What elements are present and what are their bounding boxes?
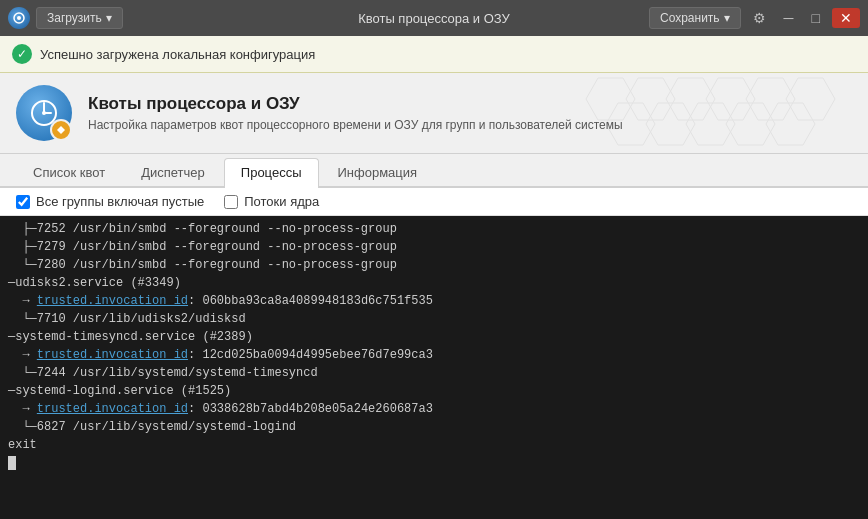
settings-button[interactable]: ⚙ <box>747 8 772 28</box>
terminal-line: → trusted.invocation_id: 12cd025ba0094d4… <box>8 346 860 364</box>
terminal-line: exit <box>8 436 860 454</box>
tab-processes[interactable]: Процессы <box>224 158 319 188</box>
success-bar: ✓ Успешно загружена локальная конфигурац… <box>0 36 868 73</box>
save-button[interactable]: Сохранить ▾ <box>649 7 741 29</box>
app-icon <box>8 7 30 29</box>
header-icon-overlay <box>50 119 72 141</box>
terminal-line: ─systemd-timesyncd.service (#2389) <box>8 328 860 346</box>
terminal-arrow: → <box>8 348 37 362</box>
svg-marker-14 <box>766 103 815 145</box>
svg-point-1 <box>17 16 21 20</box>
svg-marker-8 <box>746 78 795 120</box>
terminal-line: └─6827 /usr/lib/systemd/systemd-logind <box>8 418 860 436</box>
header-subtitle: Настройка параметров квот процессорного … <box>88 118 623 132</box>
titlebar-left: Загрузить ▾ <box>8 7 292 29</box>
load-button[interactable]: Загрузить ▾ <box>36 7 123 29</box>
all-groups-checkbox-label[interactable]: Все группы включая пустые <box>16 194 204 209</box>
kernel-threads-label: Потоки ядра <box>244 194 319 209</box>
tab-list[interactable]: Список квот <box>16 158 122 186</box>
all-groups-checkbox[interactable] <box>16 195 30 209</box>
success-message: Успешно загружена локальная конфигурация <box>40 47 315 62</box>
header-icon <box>16 85 72 141</box>
svg-marker-5 <box>626 78 675 120</box>
header-section: Квоты процессора и ОЗУ Настройка парамет… <box>0 73 868 154</box>
terminal-invocation-link[interactable]: trusted.invocation_id <box>37 348 188 362</box>
terminal-invocation-value: : 060bba93ca8a4089948183d6c751f535 <box>188 294 433 308</box>
tab-dispatcher[interactable]: Диспетчер <box>124 158 222 186</box>
kernel-threads-checkbox-label[interactable]: Потоки ядра <box>224 194 319 209</box>
main-content: ✓ Успешно загружена локальная конфигурац… <box>0 36 868 519</box>
dropdown-arrow-icon: ▾ <box>106 11 112 25</box>
tabs-container: Список квот Диспетчер Процессы Информаци… <box>0 154 868 188</box>
svg-marker-9 <box>786 78 835 120</box>
terminal-prompt <box>8 454 860 472</box>
save-label: Сохранить <box>660 11 720 25</box>
svg-marker-7 <box>706 78 755 120</box>
maximize-button[interactable]: □ <box>806 8 826 28</box>
tab-info[interactable]: Информация <box>321 158 435 186</box>
load-label: Загрузить <box>47 11 102 25</box>
terminal-line: ─systemd-logind.service (#1525) <box>8 382 860 400</box>
terminal-cursor <box>8 456 16 470</box>
controls-row: Все группы включая пустые Потоки ядра <box>0 188 868 216</box>
svg-marker-11 <box>646 103 695 145</box>
terminal-invocation-value: : 0338628b7abd4b208e05a24e260687a3 <box>188 402 433 416</box>
svg-marker-12 <box>686 103 735 145</box>
terminal-line: └─7710 /usr/lib/udisks2/udisksd <box>8 310 860 328</box>
terminal-invocation-link[interactable]: trusted.invocation_id <box>37 402 188 416</box>
header-title: Квоты процессора и ОЗУ <box>88 94 623 114</box>
titlebar-right: Сохранить ▾ ⚙ ─ □ ✕ <box>576 7 860 29</box>
terminal-line: ─udisks2.service (#3349) <box>8 274 860 292</box>
terminal-output[interactable]: ├─7252 /usr/bin/smbd --foreground --no-p… <box>0 216 868 519</box>
close-button[interactable]: ✕ <box>832 8 860 28</box>
terminal-invocation-link[interactable]: trusted.invocation_id <box>37 294 188 308</box>
window-title: Квоты процессора и ОЗУ <box>292 11 576 26</box>
titlebar: Загрузить ▾ Квоты процессора и ОЗУ Сохра… <box>0 0 868 36</box>
svg-marker-6 <box>666 78 715 120</box>
dropdown-arrow-icon: ▾ <box>724 11 730 25</box>
minimize-button[interactable]: ─ <box>778 8 800 28</box>
all-groups-label: Все группы включая пустые <box>36 194 204 209</box>
terminal-arrow: → <box>8 294 37 308</box>
terminal-line: → trusted.invocation_id: 060bba93ca8a408… <box>8 292 860 310</box>
success-icon: ✓ <box>12 44 32 64</box>
terminal-line: └─7244 /usr/lib/systemd/systemd-timesync… <box>8 364 860 382</box>
header-text: Квоты процессора и ОЗУ Настройка парамет… <box>88 94 623 132</box>
terminal-line: └─7280 /usr/bin/smbd --foreground --no-p… <box>8 256 860 274</box>
svg-marker-13 <box>726 103 775 145</box>
terminal-line: ├─7279 /usr/bin/smbd --foreground --no-p… <box>8 238 860 256</box>
terminal-invocation-value: : 12cd025ba0094d4995ebee76d7e99ca3 <box>188 348 433 362</box>
svg-point-3 <box>42 111 46 115</box>
terminal-line: → trusted.invocation_id: 0338628b7abd4b2… <box>8 400 860 418</box>
kernel-threads-checkbox[interactable] <box>224 195 238 209</box>
terminal-arrow: → <box>8 402 37 416</box>
terminal-line: ├─7252 /usr/bin/smbd --foreground --no-p… <box>8 220 860 238</box>
